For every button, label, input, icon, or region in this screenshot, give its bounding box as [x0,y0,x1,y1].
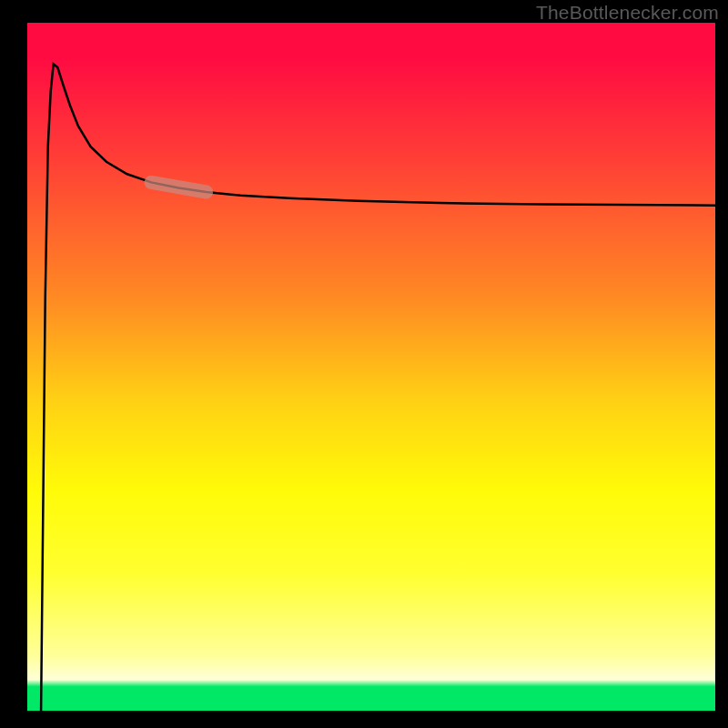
bottleneck-curve [41,64,715,711]
chart-container: TheBottlenecker.com [0,0,728,728]
highlight-segment [151,182,207,192]
curve-svg [27,23,715,711]
watermark-text: TheBottlenecker.com [536,2,719,24]
plot-area [27,23,715,711]
